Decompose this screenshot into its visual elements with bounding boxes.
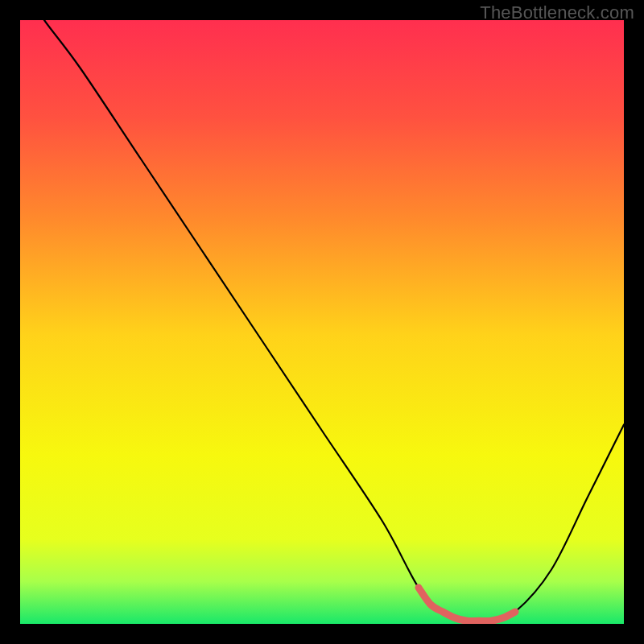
bottleneck-chart [20, 20, 624, 624]
gradient-plot-area [20, 20, 624, 624]
chart-frame: TheBottleneck.com [0, 0, 644, 644]
